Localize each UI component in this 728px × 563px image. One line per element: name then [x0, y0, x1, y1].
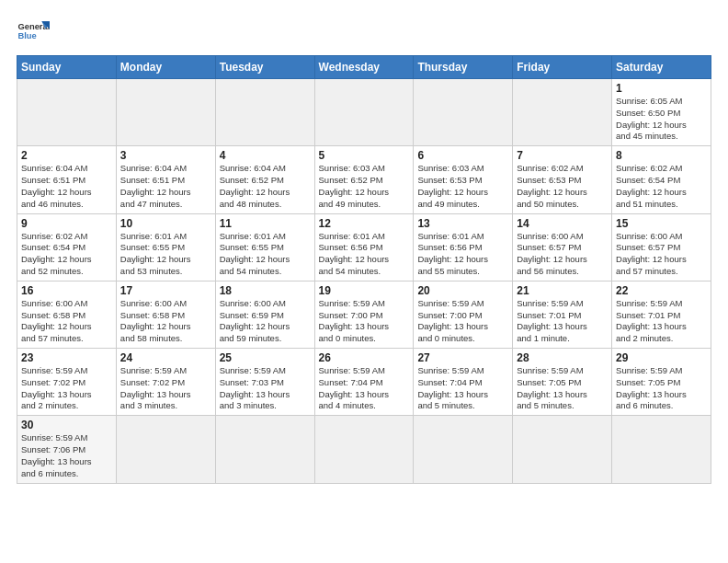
- day-number: 13: [417, 217, 508, 230]
- calendar-cell: 3Sunrise: 6:04 AM Sunset: 6:51 PM Daylig…: [116, 146, 215, 213]
- page: General Blue SundayMondayTuesdayWednesda…: [0, 0, 728, 493]
- calendar-cell: 28Sunrise: 5:59 AM Sunset: 7:05 PM Dayli…: [513, 349, 612, 416]
- day-info: Sunrise: 5:59 AM Sunset: 7:04 PM Dayligh…: [417, 365, 508, 412]
- day-info: Sunrise: 5:59 AM Sunset: 7:05 PM Dayligh…: [517, 365, 608, 412]
- calendar-cell: 6Sunrise: 6:03 AM Sunset: 6:53 PM Daylig…: [414, 146, 513, 213]
- weekday-header-thursday: Thursday: [414, 56, 513, 79]
- calendar-cell: 30Sunrise: 5:59 AM Sunset: 7:06 PM Dayli…: [17, 416, 117, 483]
- day-number: 17: [120, 284, 211, 297]
- day-number: 10: [120, 217, 211, 230]
- day-info: Sunrise: 6:02 AM Sunset: 6:53 PM Dayligh…: [517, 163, 608, 210]
- calendar-cell: 19Sunrise: 5:59 AM Sunset: 7:00 PM Dayli…: [314, 281, 414, 348]
- calendar-cell: [17, 79, 117, 146]
- day-number: 29: [616, 351, 707, 364]
- day-number: 27: [417, 351, 508, 364]
- calendar-cell: 20Sunrise: 5:59 AM Sunset: 7:00 PM Dayli…: [414, 281, 513, 348]
- day-number: 9: [21, 217, 112, 230]
- weekday-header-wednesday: Wednesday: [314, 56, 414, 79]
- calendar-cell: 4Sunrise: 6:04 AM Sunset: 6:52 PM Daylig…: [215, 146, 314, 213]
- calendar-cell: [215, 79, 314, 146]
- day-info: Sunrise: 6:00 AM Sunset: 6:59 PM Dayligh…: [220, 298, 311, 345]
- calendar-cell: 8Sunrise: 6:02 AM Sunset: 6:54 PM Daylig…: [612, 146, 711, 213]
- weekday-header-tuesday: Tuesday: [215, 56, 314, 79]
- calendar-cell: 12Sunrise: 6:01 AM Sunset: 6:56 PM Dayli…: [314, 213, 414, 281]
- day-info: Sunrise: 5:59 AM Sunset: 7:01 PM Dayligh…: [517, 298, 608, 345]
- calendar-cell: 15Sunrise: 6:00 AM Sunset: 6:57 PM Dayli…: [612, 213, 711, 281]
- day-number: 14: [517, 217, 608, 230]
- day-number: 24: [120, 351, 211, 364]
- day-number: 22: [616, 284, 707, 297]
- calendar-cell: 5Sunrise: 6:03 AM Sunset: 6:52 PM Daylig…: [314, 146, 414, 213]
- day-number: 3: [120, 149, 211, 162]
- calendar-cell: [215, 416, 314, 483]
- day-info: Sunrise: 6:01 AM Sunset: 6:56 PM Dayligh…: [319, 231, 410, 278]
- calendar-cell: 16Sunrise: 6:00 AM Sunset: 6:58 PM Dayli…: [17, 281, 117, 348]
- calendar-cell: 1Sunrise: 6:05 AM Sunset: 6:50 PM Daylig…: [612, 79, 711, 146]
- day-info: Sunrise: 6:00 AM Sunset: 6:58 PM Dayligh…: [21, 298, 112, 345]
- calendar-cell: [513, 416, 612, 483]
- calendar: SundayMondayTuesdayWednesdayThursdayFrid…: [17, 55, 711, 484]
- day-number: 16: [21, 284, 112, 297]
- weekday-header-row: SundayMondayTuesdayWednesdayThursdayFrid…: [17, 56, 711, 79]
- calendar-cell: 7Sunrise: 6:02 AM Sunset: 6:53 PM Daylig…: [513, 146, 612, 213]
- logo: General Blue: [17, 15, 50, 48]
- day-info: Sunrise: 5:59 AM Sunset: 7:03 PM Dayligh…: [220, 365, 311, 412]
- calendar-cell: [414, 79, 513, 146]
- day-number: 2: [21, 149, 112, 162]
- calendar-cell: 26Sunrise: 5:59 AM Sunset: 7:04 PM Dayli…: [314, 349, 414, 416]
- day-info: Sunrise: 5:59 AM Sunset: 7:02 PM Dayligh…: [21, 365, 112, 412]
- weekday-header-monday: Monday: [116, 56, 215, 79]
- day-info: Sunrise: 6:03 AM Sunset: 6:53 PM Dayligh…: [417, 163, 508, 210]
- day-number: 28: [517, 351, 608, 364]
- day-info: Sunrise: 5:59 AM Sunset: 7:00 PM Dayligh…: [417, 298, 508, 345]
- calendar-cell: 14Sunrise: 6:00 AM Sunset: 6:57 PM Dayli…: [513, 213, 612, 281]
- day-info: Sunrise: 5:59 AM Sunset: 7:05 PM Dayligh…: [616, 365, 707, 412]
- day-number: 11: [220, 217, 311, 230]
- calendar-cell: 25Sunrise: 5:59 AM Sunset: 7:03 PM Dayli…: [215, 349, 314, 416]
- day-number: 30: [21, 419, 112, 431]
- weekday-header-sunday: Sunday: [17, 56, 117, 79]
- day-number: 12: [319, 217, 410, 230]
- day-number: 6: [417, 149, 508, 162]
- day-info: Sunrise: 5:59 AM Sunset: 7:00 PM Dayligh…: [319, 298, 410, 345]
- day-number: 15: [616, 217, 707, 230]
- day-info: Sunrise: 6:05 AM Sunset: 6:50 PM Dayligh…: [616, 96, 707, 143]
- day-info: Sunrise: 6:01 AM Sunset: 6:55 PM Dayligh…: [120, 231, 211, 278]
- calendar-cell: 2Sunrise: 6:04 AM Sunset: 6:51 PM Daylig…: [17, 146, 117, 213]
- day-info: Sunrise: 5:59 AM Sunset: 7:02 PM Dayligh…: [120, 365, 211, 412]
- calendar-cell: [414, 416, 513, 483]
- day-number: 4: [220, 149, 311, 162]
- calendar-cell: 10Sunrise: 6:01 AM Sunset: 6:55 PM Dayli…: [116, 213, 215, 281]
- week-row-6: 30Sunrise: 5:59 AM Sunset: 7:06 PM Dayli…: [17, 416, 711, 483]
- calendar-cell: 27Sunrise: 5:59 AM Sunset: 7:04 PM Dayli…: [414, 349, 513, 416]
- week-row-3: 9Sunrise: 6:02 AM Sunset: 6:54 PM Daylig…: [17, 213, 711, 281]
- day-number: 5: [319, 149, 410, 162]
- day-info: Sunrise: 5:59 AM Sunset: 7:06 PM Dayligh…: [21, 432, 112, 479]
- calendar-cell: 13Sunrise: 6:01 AM Sunset: 6:56 PM Dayli…: [414, 213, 513, 281]
- calendar-cell: 17Sunrise: 6:00 AM Sunset: 6:58 PM Dayli…: [116, 281, 215, 348]
- day-info: Sunrise: 6:02 AM Sunset: 6:54 PM Dayligh…: [616, 163, 707, 210]
- day-info: Sunrise: 6:04 AM Sunset: 6:51 PM Dayligh…: [120, 163, 211, 210]
- day-info: Sunrise: 6:01 AM Sunset: 6:55 PM Dayligh…: [220, 231, 311, 278]
- calendar-cell: 21Sunrise: 5:59 AM Sunset: 7:01 PM Dayli…: [513, 281, 612, 348]
- weekday-header-friday: Friday: [513, 56, 612, 79]
- day-info: Sunrise: 6:01 AM Sunset: 6:56 PM Dayligh…: [417, 231, 508, 278]
- calendar-cell: [513, 79, 612, 146]
- calendar-cell: 9Sunrise: 6:02 AM Sunset: 6:54 PM Daylig…: [17, 213, 117, 281]
- day-number: 8: [616, 149, 707, 162]
- day-number: 26: [319, 351, 410, 364]
- day-info: Sunrise: 6:00 AM Sunset: 6:58 PM Dayligh…: [120, 298, 211, 345]
- day-info: Sunrise: 5:59 AM Sunset: 7:04 PM Dayligh…: [319, 365, 410, 412]
- week-row-1: 1Sunrise: 6:05 AM Sunset: 6:50 PM Daylig…: [17, 79, 711, 146]
- day-number: 18: [220, 284, 311, 297]
- day-info: Sunrise: 6:03 AM Sunset: 6:52 PM Dayligh…: [319, 163, 410, 210]
- calendar-cell: 18Sunrise: 6:00 AM Sunset: 6:59 PM Dayli…: [215, 281, 314, 348]
- day-number: 19: [319, 284, 410, 297]
- calendar-cell: [314, 416, 414, 483]
- calendar-cell: 29Sunrise: 5:59 AM Sunset: 7:05 PM Dayli…: [612, 349, 711, 416]
- calendar-cell: [314, 79, 414, 146]
- header: General Blue: [17, 15, 711, 48]
- svg-text:Blue: Blue: [17, 31, 36, 40]
- weekday-header-saturday: Saturday: [612, 56, 711, 79]
- calendar-cell: 22Sunrise: 5:59 AM Sunset: 7:01 PM Dayli…: [612, 281, 711, 348]
